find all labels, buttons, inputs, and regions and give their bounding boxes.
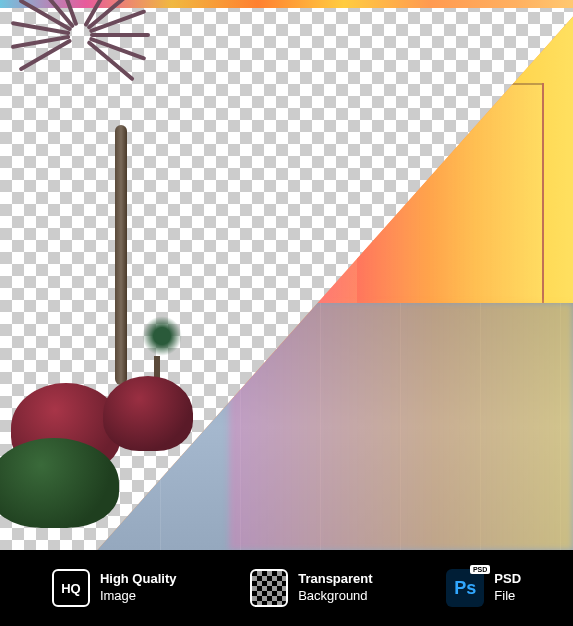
product-card: HQ High Quality Image Transparent Backgr… [0, 0, 573, 626]
small-palm-fronds [142, 316, 182, 356]
palm-tree-trunk [115, 125, 127, 385]
psd-badge: PSD [470, 565, 490, 574]
ps-label: Ps [454, 578, 476, 599]
preview-area [0, 0, 573, 550]
feature-label: PSD File [494, 571, 521, 605]
palm-tree-fronds [80, 33, 200, 133]
photoshop-icon: PSD Ps [446, 569, 484, 607]
feature-label: High Quality Image [100, 571, 177, 605]
feature-line1: High Quality [100, 571, 177, 588]
feature-line1: Transparent [298, 571, 372, 588]
hq-badge-text: HQ [61, 581, 81, 596]
palm-frond [90, 33, 150, 37]
feature-high-quality: HQ High Quality Image [52, 569, 177, 607]
green-bush [0, 438, 119, 528]
red-bush [103, 376, 193, 451]
feature-line2: Image [100, 588, 177, 605]
feature-line1: PSD [494, 571, 521, 588]
feature-psd: PSD Ps PSD File [446, 569, 521, 607]
feature-transparent: Transparent Background [250, 569, 372, 607]
feature-line2: Background [298, 588, 372, 605]
hq-icon: HQ [52, 569, 90, 607]
features-bar: HQ High Quality Image Transparent Backgr… [0, 550, 573, 626]
feature-line2: File [494, 588, 521, 605]
feature-label: Transparent Background [298, 571, 372, 605]
transparency-icon [250, 569, 288, 607]
